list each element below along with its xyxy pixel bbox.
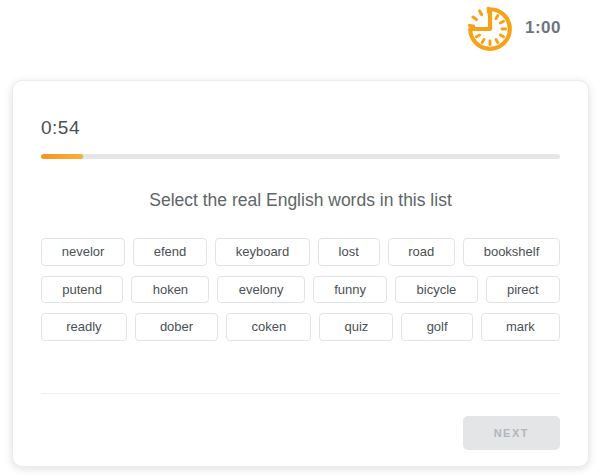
word-row: readlydobercokenquizgolfmark: [41, 313, 560, 341]
word-option-coken[interactable]: coken: [226, 313, 311, 341]
word-option-readly[interactable]: readly: [41, 313, 127, 341]
next-button[interactable]: NEXT: [463, 416, 560, 450]
word-option-hoken[interactable]: hoken: [131, 276, 209, 304]
word-option-road[interactable]: road: [388, 238, 455, 266]
session-timer-total: 1:00: [525, 18, 561, 38]
footer: NEXT: [41, 416, 560, 450]
word-row: putendhokenevelonyfunnybicyclepirect: [41, 276, 560, 304]
word-option-mark[interactable]: mark: [481, 313, 560, 341]
exercise-card: 0:54 Select the real English words in th…: [12, 80, 589, 467]
word-option-lost[interactable]: lost: [318, 238, 380, 266]
word-option-quiz[interactable]: quiz: [319, 313, 393, 341]
word-option-keyboard[interactable]: keyboard: [215, 238, 310, 266]
progress-fill: [41, 154, 83, 159]
word-option-golf[interactable]: golf: [401, 313, 472, 341]
word-option-pirect[interactable]: pirect: [486, 276, 560, 304]
word-option-dober[interactable]: dober: [135, 313, 219, 341]
word-option-bicycle[interactable]: bicycle: [395, 276, 477, 304]
session-timer: 1:00: [465, 0, 561, 56]
divider: [41, 393, 560, 394]
word-row: nevelorefendkeyboardlostroadbookshelf: [41, 238, 560, 266]
word-rows: nevelorefendkeyboardlostroadbookshelfput…: [41, 238, 560, 341]
word-option-efend[interactable]: efend: [133, 238, 207, 266]
word-option-putend[interactable]: putend: [41, 276, 123, 304]
exercise-prompt: Select the real English words in this li…: [41, 190, 560, 211]
word-option-evelony[interactable]: evelony: [217, 276, 304, 304]
remaining-time: 0:54: [41, 117, 560, 139]
word-option-bookshelf[interactable]: bookshelf: [463, 238, 560, 266]
word-option-funny[interactable]: funny: [313, 276, 387, 304]
stopwatch-icon: [465, 3, 515, 53]
progress-bar: [41, 154, 560, 159]
word-option-nevelor[interactable]: nevelor: [41, 238, 125, 266]
